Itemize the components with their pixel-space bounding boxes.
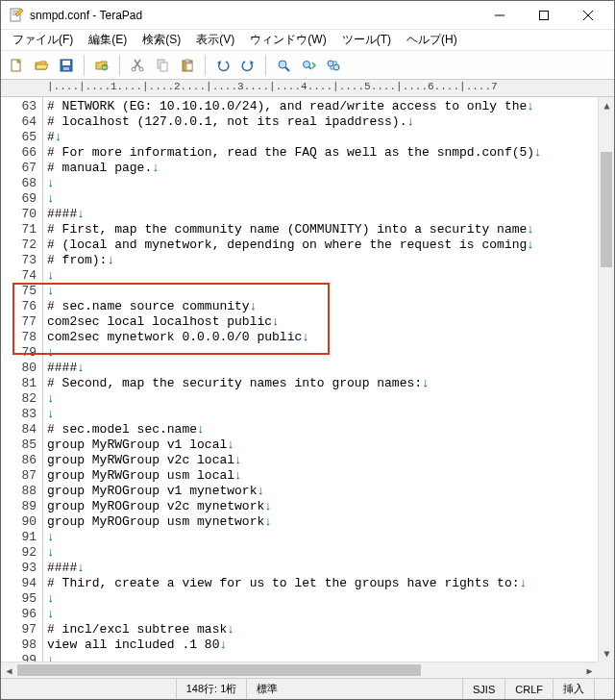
scroll-thumb-v[interactable] bbox=[601, 152, 612, 267]
scroll-left-icon[interactable]: ◀ bbox=[1, 662, 17, 678]
menu-file[interactable]: ファイル(F) bbox=[5, 30, 81, 50]
code-text: group MyROGroup v1 mynetwork bbox=[47, 484, 257, 499]
code-text: group MyROGroup usm mynetwork bbox=[47, 514, 264, 530]
scroll-up-icon[interactable]: ▲ bbox=[599, 97, 614, 113]
eol-mark-icon: ↓ bbox=[519, 576, 527, 591]
code-line[interactable]: ↓ bbox=[47, 591, 610, 607]
menu-edit[interactable]: 編集(E) bbox=[81, 30, 135, 50]
code-line[interactable]: # sec.model sec.name↓ bbox=[47, 422, 610, 438]
code-line[interactable]: # sec.name source community↓ bbox=[47, 299, 610, 314]
svg-line-25 bbox=[309, 66, 312, 69]
eol-mark-icon: ↓ bbox=[302, 330, 309, 345]
scroll-right-icon[interactable]: ▶ bbox=[581, 662, 598, 678]
code-line[interactable]: # First, map the community name (COMMUNI… bbox=[47, 222, 610, 238]
scroll-track-h[interactable] bbox=[17, 662, 581, 678]
menu-window[interactable]: ウィンドウ(W) bbox=[242, 30, 333, 50]
code-line[interactable]: ↓ bbox=[47, 607, 610, 622]
code-line[interactable]: group MyRWGroup v1 local↓ bbox=[47, 438, 610, 453]
eol-mark-icon: ↓ bbox=[527, 238, 534, 253]
code-line[interactable]: ↓ bbox=[47, 284, 610, 299]
toolbar-new-icon[interactable] bbox=[5, 54, 28, 77]
toolbar-open-icon[interactable] bbox=[30, 54, 53, 77]
menu-view[interactable]: 表示(V) bbox=[188, 30, 242, 50]
menu-help[interactable]: ヘルプ(H) bbox=[399, 30, 465, 50]
eol-mark-icon: ↓ bbox=[77, 207, 85, 222]
line-number: 78 bbox=[3, 330, 37, 345]
code-line[interactable]: group MyROGroup v1 mynetwork↓ bbox=[47, 484, 610, 499]
toolbar-find-icon[interactable] bbox=[272, 54, 295, 77]
code-line[interactable]: ####↓ bbox=[47, 207, 610, 222]
toolbar-redo-icon[interactable] bbox=[236, 54, 259, 77]
code-line[interactable]: com2sec local localhost public↓ bbox=[47, 314, 610, 330]
code-line[interactable]: ↓ bbox=[47, 545, 610, 561]
code-line[interactable]: ↓ bbox=[47, 407, 610, 422]
code-line[interactable]: # NETWORK (EG: 10.10.10.0/24), and read/… bbox=[47, 99, 610, 114]
code-line[interactable]: ####↓ bbox=[47, 561, 610, 576]
menu-tool[interactable]: ツール(T) bbox=[334, 30, 399, 50]
code-line[interactable]: ↓ bbox=[47, 268, 610, 284]
toolbar-save-icon[interactable] bbox=[55, 54, 78, 77]
code-line[interactable]: # Second, map the security names into gr… bbox=[47, 376, 610, 391]
code-line[interactable]: group MyRWGroup v2c local↓ bbox=[47, 453, 610, 468]
scroll-thumb-h[interactable] bbox=[17, 664, 421, 676]
code-line[interactable]: ↓ bbox=[47, 391, 610, 407]
close-button[interactable] bbox=[566, 1, 610, 30]
eol-mark-icon: ↓ bbox=[47, 176, 55, 191]
scroll-down-icon[interactable]: ▼ bbox=[599, 645, 614, 662]
code-line[interactable]: # from):↓ bbox=[47, 253, 610, 268]
code-text: # incl/excl subtree mask bbox=[47, 622, 227, 638]
code-line[interactable]: #↓ bbox=[47, 130, 610, 145]
menu-search[interactable]: 検索(S) bbox=[135, 30, 188, 50]
svg-point-26 bbox=[328, 61, 333, 66]
line-number: 92 bbox=[3, 545, 37, 561]
code-line[interactable]: com2sec mynetwork 0.0.0.0/0 public↓ bbox=[47, 330, 610, 345]
vertical-scrollbar[interactable]: ▲ ▼ bbox=[598, 97, 614, 662]
code-content[interactable]: # NETWORK (EG: 10.10.10.0/24), and read/… bbox=[43, 97, 614, 678]
code-line[interactable]: # (local and mynetwork, depending on whe… bbox=[47, 238, 610, 253]
title-bar: snmpd.conf - TeraPad bbox=[1, 1, 614, 30]
code-text: #### bbox=[47, 361, 77, 376]
line-number: 63 bbox=[3, 99, 37, 114]
scroll-track-v[interactable] bbox=[599, 113, 614, 645]
code-line[interactable]: group MyROGroup usm mynetwork↓ bbox=[47, 514, 610, 530]
code-line[interactable]: # incl/excl subtree mask↓ bbox=[47, 622, 610, 638]
code-line[interactable]: group MyROGroup v2c mynetwork↓ bbox=[47, 499, 610, 514]
toolbar-separator bbox=[205, 55, 206, 76]
line-number: 88 bbox=[3, 484, 37, 499]
code-text: # manual page. bbox=[47, 161, 152, 176]
toolbar-reload-icon[interactable] bbox=[90, 54, 113, 77]
toolbar-replace-icon[interactable] bbox=[322, 54, 345, 77]
line-number: 64 bbox=[3, 114, 37, 130]
svg-rect-1 bbox=[12, 11, 18, 12]
toolbar-cut-icon[interactable] bbox=[126, 54, 149, 77]
minimize-button[interactable] bbox=[478, 1, 522, 30]
toolbar-findnext-icon[interactable] bbox=[297, 54, 320, 77]
code-line[interactable]: view all included .1 80↓ bbox=[47, 638, 610, 653]
code-line[interactable]: ↓ bbox=[47, 191, 610, 207]
toolbar-undo-icon[interactable] bbox=[211, 54, 234, 77]
line-number: 73 bbox=[3, 253, 37, 268]
code-line[interactable]: # For more information, read the FAQ as … bbox=[47, 145, 610, 161]
code-line[interactable]: # localhost (127.0.0.1, not its real ipa… bbox=[47, 114, 610, 130]
code-line[interactable]: group MyRWGroup usm local↓ bbox=[47, 468, 610, 484]
toolbar-separator bbox=[265, 55, 266, 76]
line-number: 82 bbox=[3, 391, 37, 407]
code-line[interactable]: ↓ bbox=[47, 345, 610, 361]
eol-mark-icon: ↓ bbox=[47, 530, 55, 545]
eol-mark-icon: ↓ bbox=[406, 114, 414, 130]
eol-mark-icon: ↓ bbox=[250, 299, 258, 314]
svg-point-16 bbox=[139, 67, 143, 71]
toolbar-copy-icon[interactable] bbox=[151, 54, 174, 77]
status-newline: CRLF bbox=[504, 679, 553, 699]
eol-mark-icon: ↓ bbox=[55, 130, 62, 145]
code-line[interactable]: ####↓ bbox=[47, 361, 610, 376]
code-line[interactable]: ↓ bbox=[47, 176, 610, 191]
toolbar-paste-icon[interactable] bbox=[176, 54, 199, 77]
svg-rect-20 bbox=[185, 60, 189, 62]
code-text: com2sec mynetwork 0.0.0.0/0 public bbox=[47, 330, 302, 345]
code-line[interactable]: ↓ bbox=[47, 530, 610, 545]
code-line[interactable]: # Third, create a view for us to let the… bbox=[47, 576, 610, 591]
maximize-button[interactable] bbox=[522, 1, 566, 30]
horizontal-scrollbar[interactable]: ◀ ▶ bbox=[1, 662, 598, 678]
code-line[interactable]: # manual page.↓ bbox=[47, 161, 610, 176]
